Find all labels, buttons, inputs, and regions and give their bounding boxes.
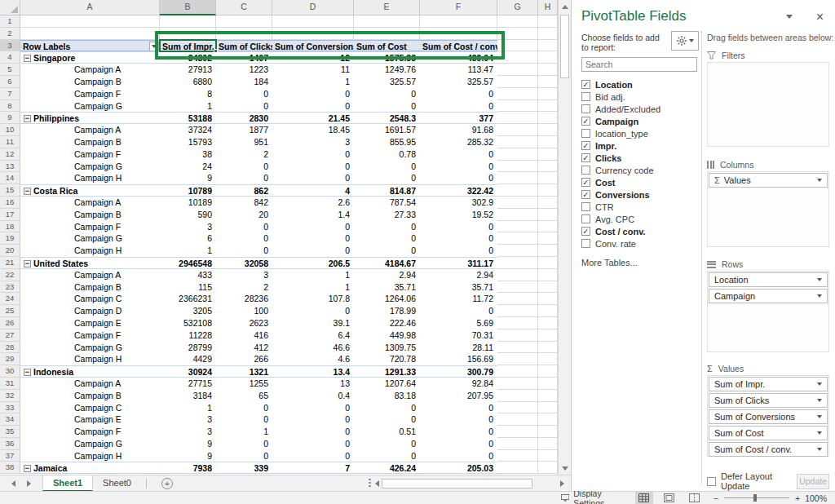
cell[interactable] bbox=[538, 269, 558, 281]
cell[interactable] bbox=[497, 15, 538, 28]
row-number[interactable]: 36 bbox=[0, 438, 20, 450]
values-area-box[interactable]: Sum of Impr.Sum of ClicksSum of Conversi… bbox=[707, 375, 829, 457]
item-row-label[interactable]: Campaign H bbox=[20, 353, 160, 365]
cell[interactable] bbox=[497, 184, 538, 197]
value-cell[interactable]: 2 bbox=[216, 148, 272, 161]
value-cell[interactable]: 1264.06 bbox=[354, 293, 420, 305]
value-cell[interactable]: 4 bbox=[272, 184, 354, 197]
cell[interactable] bbox=[160, 15, 216, 28]
cell[interactable] bbox=[538, 293, 558, 305]
value-cell[interactable]: 15793 bbox=[160, 136, 216, 148]
row-number[interactable]: 19 bbox=[0, 232, 20, 245]
value-cell[interactable]: 91.68 bbox=[420, 124, 497, 136]
cell[interactable] bbox=[497, 161, 538, 173]
cell[interactable] bbox=[497, 124, 538, 136]
sheet-tab-sheet0[interactable]: Sheet0 bbox=[93, 475, 141, 492]
value-cell[interactable]: 39.1 bbox=[272, 317, 354, 329]
value-cell[interactable]: 20 bbox=[216, 209, 272, 221]
item-row-label[interactable]: Campaign G bbox=[20, 438, 160, 450]
tools-button[interactable] bbox=[671, 31, 699, 51]
collapse-button[interactable] bbox=[24, 188, 31, 195]
value-cell[interactable]: 311.17 bbox=[420, 257, 497, 269]
zoom-slider[interactable] bbox=[724, 497, 789, 498]
row-number[interactable]: 11 bbox=[0, 136, 20, 148]
zoom-out-button[interactable]: − bbox=[714, 493, 718, 503]
value-cell[interactable]: 7 bbox=[272, 462, 354, 474]
cell[interactable] bbox=[272, 15, 354, 28]
cell[interactable] bbox=[497, 305, 538, 317]
column-header-a[interactable]: A bbox=[20, 0, 160, 15]
cell[interactable] bbox=[538, 365, 558, 378]
item-row-label[interactable]: Campaign B bbox=[20, 209, 160, 221]
value-cell[interactable]: 0 bbox=[272, 148, 354, 161]
column-header-e[interactable]: E bbox=[354, 0, 420, 15]
field-checkbox[interactable] bbox=[581, 129, 590, 138]
cell[interactable] bbox=[538, 28, 558, 40]
value-cell[interactable]: 532108 bbox=[160, 317, 216, 329]
item-row-label[interactable]: Campaign D bbox=[20, 305, 160, 317]
value-cell[interactable]: 2.94 bbox=[354, 269, 420, 281]
cell[interactable] bbox=[538, 257, 558, 269]
value-cell[interactable]: 0 bbox=[354, 221, 420, 233]
item-row-label[interactable]: Campaign E bbox=[20, 413, 160, 426]
value-cell[interactable]: 3 bbox=[160, 426, 216, 438]
value-cell[interactable]: 0 bbox=[272, 100, 354, 113]
row-number[interactable]: 33 bbox=[0, 402, 20, 414]
row-number[interactable]: 38 bbox=[0, 462, 20, 474]
chip-dropdown-icon[interactable] bbox=[817, 399, 822, 402]
value-cell[interactable]: 1249.76 bbox=[354, 64, 420, 76]
cell[interactable] bbox=[497, 88, 538, 100]
cell[interactable] bbox=[497, 413, 538, 426]
zoom-slider-thumb[interactable] bbox=[753, 494, 757, 502]
item-row-label[interactable]: Campaign H bbox=[20, 172, 160, 184]
field-checkbox[interactable] bbox=[581, 178, 590, 187]
item-row-label[interactable]: Campaign B bbox=[20, 281, 160, 294]
value-cell[interactable]: 0 bbox=[216, 221, 272, 233]
value-cell[interactable]: 0 bbox=[272, 450, 354, 462]
value-cell[interactable]: 0 bbox=[216, 100, 272, 113]
value-cell[interactable]: 1291.33 bbox=[354, 365, 420, 378]
value-cell[interactable]: 0 bbox=[272, 245, 354, 257]
value-cell[interactable]: 300.79 bbox=[420, 365, 497, 378]
cell[interactable] bbox=[538, 172, 558, 184]
item-row-label[interactable]: Campaign H bbox=[20, 245, 160, 257]
value-cell[interactable]: 28799 bbox=[160, 342, 216, 354]
chip-dropdown-icon[interactable] bbox=[817, 448, 822, 451]
value-cell[interactable]: 7938 bbox=[160, 462, 216, 474]
row-number[interactable]: 2 bbox=[0, 28, 20, 40]
cell[interactable] bbox=[497, 28, 538, 40]
value-cell[interactable]: 46.6 bbox=[272, 342, 354, 354]
cell[interactable] bbox=[538, 329, 558, 342]
cell[interactable] bbox=[538, 438, 558, 450]
row-number[interactable]: 5 bbox=[0, 64, 20, 76]
value-cell[interactable]: 2 bbox=[216, 281, 272, 294]
value-cell[interactable]: 92.84 bbox=[420, 378, 497, 390]
value-cell[interactable]: 27715 bbox=[160, 378, 216, 390]
value-cell[interactable]: 951 bbox=[216, 136, 272, 148]
row-number[interactable]: 26 bbox=[0, 317, 20, 329]
cell[interactable] bbox=[538, 136, 558, 148]
field-checkbox[interactable] bbox=[581, 214, 590, 223]
value-cell[interactable]: 787.54 bbox=[354, 197, 420, 209]
cell[interactable] bbox=[497, 269, 538, 281]
row-number[interactable]: 10 bbox=[0, 124, 20, 136]
cell[interactable] bbox=[538, 221, 558, 233]
item-row-label[interactable]: Campaign B bbox=[20, 136, 160, 148]
cell[interactable]: Costa Rica bbox=[20, 184, 160, 197]
value-cell[interactable]: 10189 bbox=[160, 197, 216, 209]
item-row-label[interactable]: Campaign F bbox=[20, 221, 160, 233]
field-item-added-excluded[interactable]: Added/Excluded bbox=[581, 103, 700, 115]
field-item-impr-[interactable]: Impr. bbox=[581, 139, 700, 152]
value-cell[interactable]: 37324 bbox=[160, 124, 216, 136]
value-cell[interactable]: 0 bbox=[272, 438, 354, 450]
cell[interactable] bbox=[538, 245, 558, 257]
row-number[interactable]: 9 bbox=[0, 112, 20, 124]
value-cell[interactable]: 0 bbox=[272, 161, 354, 173]
cell[interactable] bbox=[497, 221, 538, 233]
value-cell[interactable]: 3 bbox=[160, 221, 216, 233]
cell[interactable] bbox=[538, 100, 558, 113]
value-cell[interactable]: 0 bbox=[354, 172, 420, 184]
value-cell[interactable]: 302.9 bbox=[420, 197, 497, 209]
value-cell[interactable]: 266 bbox=[216, 353, 272, 365]
row-number[interactable]: 4 bbox=[0, 51, 20, 64]
